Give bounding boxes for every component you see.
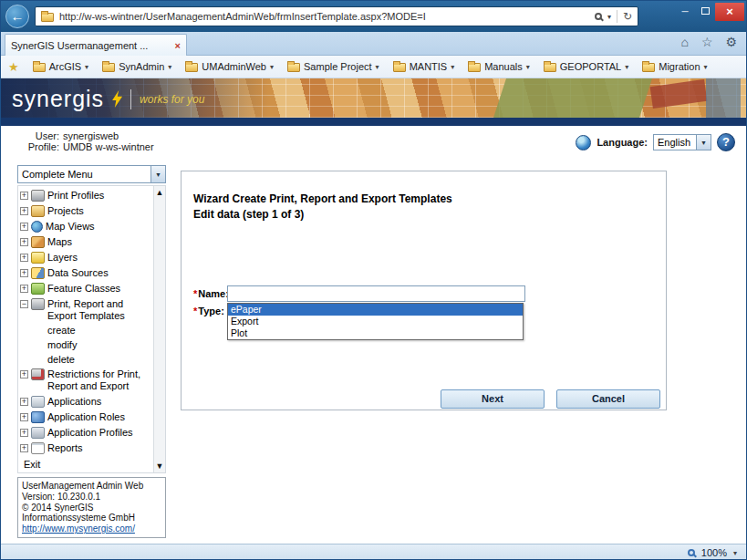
sidebar-item-label: Application Roles [47, 411, 125, 423]
address-bar[interactable]: http://w-ws-wintner/UserManagementAdminW… [35, 6, 638, 26]
sidebar-item-maps[interactable]: +Maps [20, 234, 151, 250]
next-button[interactable]: Next [441, 389, 545, 409]
favorite-migration[interactable]: Migration▾ [642, 61, 707, 72]
folder-icon [468, 63, 481, 72]
favorite-manuals[interactable]: Manuals▾ [468, 61, 530, 72]
expand-icon[interactable]: + [20, 285, 28, 293]
favorites-bar-icon[interactable]: ★ [8, 60, 19, 74]
expand-icon[interactable]: + [20, 207, 28, 215]
folder-icon [33, 63, 46, 72]
settings-gear-icon[interactable]: ⚙ [725, 35, 737, 49]
expand-icon[interactable]: + [20, 238, 28, 246]
sidebar-item-data-sources[interactable]: +Data Sources [20, 265, 151, 281]
type-option-export[interactable]: Export [228, 316, 523, 327]
close-button[interactable]: × [715, 3, 744, 21]
expand-icon[interactable]: + [20, 429, 28, 437]
sidebar-item-application-roles[interactable]: +Application Roles [20, 410, 151, 425]
expand-icon[interactable]: + [20, 370, 28, 379]
chevron-down-icon: ▾ [451, 63, 454, 71]
app-header: synergis works for you [1, 78, 746, 118]
favorite-umadminweb[interactable]: UMAdminWeb▾ [185, 61, 274, 72]
autocomplete-dropdown-icon[interactable]: ▾ [607, 13, 611, 21]
projects-icon [31, 205, 45, 217]
folder-icon [642, 63, 655, 72]
type-option-epaper[interactable]: ePaper [228, 304, 523, 316]
search-icon[interactable] [595, 13, 602, 20]
favorites-star-icon[interactable]: ☆ [701, 35, 713, 49]
sidebar-scrollbar[interactable]: ▲ ▼ [153, 186, 165, 472]
sidebar-item-map-views[interactable]: +Map Views [20, 219, 151, 234]
about-version: Version: 10.230.0.1 [22, 492, 161, 503]
menu-filter-value: Complete Menu [18, 169, 150, 180]
zoom-icon[interactable] [688, 549, 695, 556]
wizard-title: Wizard Create Print, Report and Export T… [193, 192, 452, 223]
sidebar-item-label: Print Profiles [47, 190, 104, 202]
logo-text: synergis [12, 86, 104, 112]
sidebar-item-modify[interactable]: modify [20, 337, 151, 352]
sidebar-item-print-profiles[interactable]: +Print Profiles [20, 188, 151, 203]
sidebar-item-feature-classes[interactable]: +Feature Classes [20, 281, 151, 296]
expand-icon[interactable]: + [20, 398, 28, 406]
sidebar-item-create[interactable]: create [20, 323, 151, 337]
chevron-down-icon: ▼ [150, 166, 165, 182]
home-icon[interactable]: ⌂ [680, 35, 688, 49]
site-folder-icon [41, 13, 54, 22]
tab-close-icon[interactable]: × [175, 40, 181, 51]
chevron-down-icon: ▾ [270, 63, 274, 71]
minimize-button[interactable]: ─ [675, 3, 695, 21]
sidebar-item-application-profiles[interactable]: +Application Profiles [20, 425, 151, 441]
about-copyright: © 2014 SynerGIS [22, 503, 161, 513]
expand-icon[interactable]: + [20, 254, 28, 262]
folder-icon [544, 63, 556, 72]
type-field-label: *Type: [193, 306, 224, 316]
favorite-label: ArcGIS [49, 61, 81, 72]
tab-synergis-usermanagement[interactable]: SynerGIS Usermanagement ... × [5, 34, 187, 56]
expand-icon[interactable]: + [20, 192, 28, 200]
sidebar-item-delete[interactable]: delete [20, 352, 151, 367]
scroll-up-icon[interactable]: ▲ [156, 188, 164, 197]
sidebar-item-applications[interactable]: +Applications [20, 394, 151, 410]
sidebar-item-projects[interactable]: +Projects [20, 203, 151, 219]
refresh-icon[interactable]: ↻ [623, 10, 632, 23]
type-option-plot[interactable]: Plot [228, 327, 523, 339]
sidebar-item-exit[interactable]: Exit [20, 456, 151, 470]
expand-icon[interactable]: + [20, 269, 28, 277]
url-text[interactable]: http://w-ws-wintner/UserManagementAdminW… [59, 11, 589, 22]
language-globe-icon[interactable] [576, 135, 591, 150]
favorite-mantis[interactable]: MANTIS▾ [393, 61, 455, 72]
sidebar-tree: +Print Profiles+Projects+Map Views+Maps+… [20, 188, 151, 456]
menu-filter-select[interactable]: Complete Menu ▼ [17, 165, 166, 183]
folder-icon [287, 63, 300, 72]
browser-tabbar: SynerGIS Usermanagement ... × ⌂ ☆ ⚙ [1, 32, 746, 56]
favorite-label: GEOPORTAL [560, 61, 621, 72]
synergis-website-link[interactable]: http://www.mysynergis.com/ [22, 524, 161, 534]
collapse-icon[interactable]: − [20, 300, 28, 308]
favorite-geoportal[interactable]: GEOPORTAL▾ [544, 61, 628, 72]
favorite-synadmin[interactable]: SynAdmin▾ [102, 61, 171, 72]
sidebar-item-layers[interactable]: +Layers [20, 250, 151, 265]
zoom-level[interactable]: 100% [701, 547, 727, 558]
favorite-label: UMAdminWeb [202, 61, 266, 72]
maximize-button[interactable] [695, 3, 715, 21]
sidebar-item-reports[interactable]: +Reports [20, 441, 151, 456]
chevron-down-icon: ▾ [625, 63, 628, 71]
synergis-logo: synergis works for you [12, 86, 204, 112]
help-button[interactable]: ? [717, 133, 735, 151]
expand-icon[interactable]: + [20, 223, 28, 231]
sidebar-item-label: Applications [47, 396, 101, 408]
data-sources-icon [31, 267, 45, 279]
favorite-sample-project[interactable]: Sample Project▾ [287, 61, 379, 72]
zoom-dropdown-icon[interactable]: ▾ [733, 549, 737, 557]
scroll-down-icon[interactable]: ▼ [156, 461, 164, 471]
favorite-arcgis[interactable]: ArcGIS▾ [33, 61, 88, 72]
back-button[interactable]: ← [5, 5, 29, 28]
expand-icon[interactable]: + [20, 444, 28, 452]
name-input[interactable] [227, 285, 525, 302]
expand-icon[interactable]: + [20, 413, 28, 421]
language-select[interactable]: English ▼ [653, 134, 711, 150]
sidebar-item-print-report-and-export-templates[interactable]: −Print, Report and Export Templates [20, 296, 151, 323]
sidebar-item-label: Application Profiles [47, 427, 133, 439]
sidebar-item-restrictions-for-print-report-and-export[interactable]: +Restrictions for Print, Report and Expo… [20, 367, 151, 393]
layers-icon [31, 252, 45, 264]
cancel-button[interactable]: Cancel [556, 389, 660, 409]
